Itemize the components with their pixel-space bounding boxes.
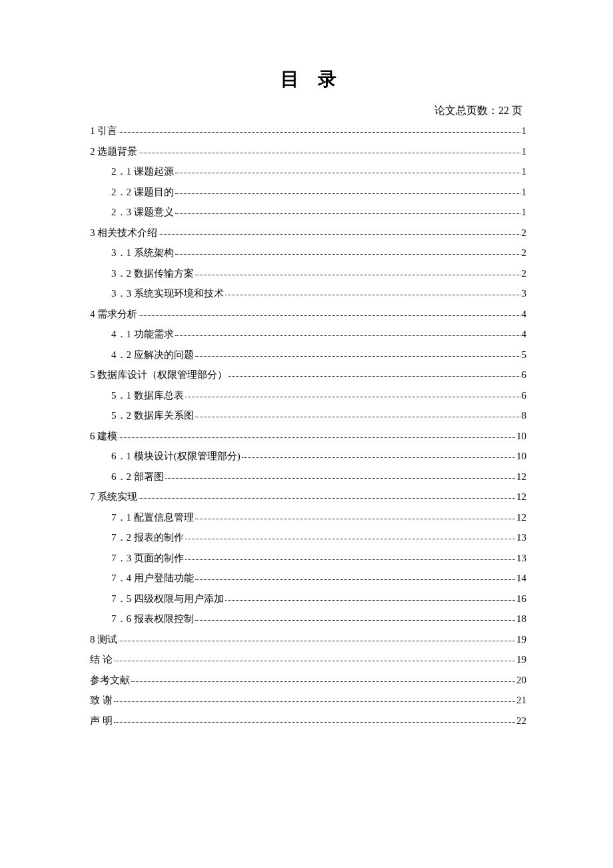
toc-entry-label: 6 建模 — [90, 431, 117, 441]
toc-entry: 致 谢21 — [90, 695, 526, 705]
toc-entry-page: 1 — [522, 147, 527, 157]
toc-entry: 2．2 课题目的1 — [90, 187, 526, 197]
toc-entry-page: 4 — [522, 309, 527, 319]
toc-entry-dots — [242, 457, 515, 458]
toc-entry-label: 4 需求分析 — [90, 309, 137, 319]
toc-entry: 结 论19 — [90, 655, 526, 665]
toc-entry: 7．5 四级权限与用户添加16 — [90, 594, 526, 604]
toc-entry-label: 7．1 配置信息管理 — [111, 513, 194, 523]
toc-entry-dots — [195, 620, 515, 621]
toc-entry: 3．3 系统实现环境和技术3 — [90, 289, 526, 299]
toc-entry-label: 6．2 部署图 — [111, 472, 164, 482]
toc-entry-label: 致 谢 — [90, 695, 113, 705]
toc-entry: 3．2 数据传输方案2 — [90, 269, 526, 279]
toc-entry-dots — [229, 376, 520, 377]
toc-entry-page: 21 — [516, 695, 526, 705]
toc-entry-page: 1 — [522, 187, 527, 197]
toc-entry-page: 2 — [522, 269, 527, 279]
toc-entry: 6．2 部署图12 — [90, 472, 526, 482]
toc-entry-dots — [185, 539, 515, 539]
toc-entry: 7 系统实现12 — [90, 492, 526, 502]
toc-entry-label: 2 选题背景 — [90, 147, 137, 157]
toc-entry-page: 6 — [522, 391, 527, 401]
toc-entry-label: 声 明 — [90, 716, 113, 726]
toc-entry-dots — [195, 417, 520, 417]
toc-entry-dots — [175, 173, 520, 173]
toc-entry: 7．2 报表的制作13 — [90, 533, 526, 543]
toc-entry-page: 6 — [522, 370, 527, 380]
toc-entry-page: 8 — [522, 411, 527, 421]
toc-entry: 2 选题背景1 — [90, 147, 526, 157]
toc-entry-page: 10 — [516, 431, 526, 441]
toc-entry-dots — [131, 681, 515, 682]
toc-entry-label: 结 论 — [90, 655, 113, 665]
toc-entry: 2．1 课题起源1 — [90, 167, 526, 177]
toc-entry-label: 1 引言 — [90, 126, 117, 136]
toc-title: 目录 — [90, 67, 526, 92]
toc-entry: 4．2 应解决的问题5 — [90, 350, 526, 360]
toc-entry-label: 7．3 页面的制作 — [111, 553, 184, 563]
toc-entry-page: 12 — [516, 472, 526, 482]
toc-entry-dots — [175, 213, 520, 214]
toc-entry: 6．1 模块设计(权限管理部分)10 — [90, 451, 526, 461]
toc-entry-dots — [175, 335, 520, 336]
toc-entry-label: 2．2 课题目的 — [111, 187, 174, 197]
toc-entry-page: 1 — [522, 167, 527, 177]
toc-entry-dots — [195, 519, 515, 519]
toc-entry-page: 1 — [522, 207, 527, 217]
toc-entry-label: 7 系统实现 — [90, 492, 137, 502]
toc-entry-label: 2．1 课题起源 — [111, 167, 174, 177]
toc-entry-label: 7．2 报表的制作 — [111, 533, 184, 543]
toc-entry-page: 19 — [516, 655, 526, 665]
toc-entry-page: 16 — [516, 594, 526, 604]
toc-entry-label: 4．1 功能需求 — [111, 329, 174, 339]
toc-entry-label: 5．1 数据库总表 — [111, 391, 184, 401]
toc-entry: 参考文献20 — [90, 675, 526, 685]
toc-entry-dots — [165, 478, 515, 479]
toc-entry-dots — [225, 600, 515, 601]
toc-entry-label: 参考文献 — [90, 675, 130, 685]
toc-entry-dots — [139, 315, 520, 316]
toc-entry: 3 相关技术介绍2 — [90, 228, 526, 238]
toc-entry-label: 8 测试 — [90, 635, 117, 645]
toc-entry: 5．2 数据库关系图8 — [90, 411, 526, 421]
toc-entry-label: 6．1 模块设计(权限管理部分) — [111, 451, 241, 461]
toc-entry-dots — [175, 254, 520, 255]
toc-entry-label: 7．5 四级权限与用户添加 — [111, 594, 224, 604]
toc-entry-dots — [114, 722, 515, 723]
toc-container: 1 引言12 选题背景12．1 课题起源12．2 课题目的12．3 课题意义13… — [90, 126, 526, 726]
toc-entry-dots — [139, 153, 520, 153]
toc-entry: 7．4 用户登陆功能14 — [90, 573, 526, 583]
toc-entry-label: 7．6 报表权限控制 — [111, 614, 194, 624]
page-count: 论文总页数：22 页 — [90, 104, 526, 118]
toc-entry: 7．3 页面的制作13 — [90, 553, 526, 563]
toc-entry-page: 13 — [516, 533, 526, 543]
toc-entry-page: 20 — [516, 675, 526, 685]
toc-entry-dots — [119, 437, 515, 438]
toc-entry-dots — [114, 701, 515, 702]
toc-entry-page: 4 — [522, 329, 527, 339]
toc-entry-dots — [119, 641, 515, 641]
toc-entry-label: 5 数据库设计（权限管理部分） — [90, 370, 227, 380]
toc-entry: 4 需求分析4 — [90, 309, 526, 319]
toc-entry-page: 2 — [522, 228, 527, 238]
toc-entry-page: 18 — [516, 614, 526, 624]
toc-entry-page: 5 — [522, 350, 527, 360]
toc-entry-page: 10 — [516, 451, 526, 461]
toc-entry-dots — [195, 275, 520, 275]
toc-entry-page: 22 — [516, 716, 526, 726]
toc-entry-page: 13 — [516, 553, 526, 563]
toc-entry-dots — [195, 356, 520, 357]
toc-entry-dots — [225, 295, 520, 295]
toc-entry-label: 3 相关技术介绍 — [90, 228, 157, 238]
toc-entry: 5 数据库设计（权限管理部分）6 — [90, 370, 526, 380]
toc-entry-dots — [159, 234, 520, 235]
toc-entry: 3．1 系统架构2 — [90, 248, 526, 258]
toc-entry: 4．1 功能需求4 — [90, 329, 526, 339]
toc-entry-page: 3 — [522, 289, 527, 299]
toc-entry: 1 引言1 — [90, 126, 526, 136]
toc-entry-label: 3．3 系统实现环境和技术 — [111, 289, 224, 299]
toc-entry: 6 建模10 — [90, 431, 526, 441]
toc-entry: 2．3 课题意义1 — [90, 207, 526, 217]
toc-entry-dots — [185, 397, 520, 397]
